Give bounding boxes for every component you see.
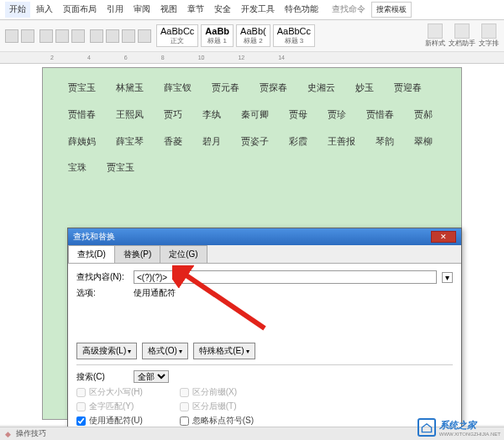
document-area: 贾宝玉 林黛玉 薛宝钗 贾元春 贾探春 史湘云 妙玉 贾迎春 贾惜春 王熙凤 贾… [0, 64, 504, 425]
search-scope-select[interactable]: 全部 [134, 370, 169, 383]
style-heading3[interactable]: AaBbCc标题 3 [273, 24, 315, 47]
name-cell: 王熙凤 [116, 107, 144, 123]
tab-insert[interactable]: 插入 [32, 2, 57, 18]
bold-icon[interactable] [39, 29, 53, 43]
list-icon[interactable] [138, 29, 151, 43]
name-cell: 贾惜春 [68, 107, 96, 123]
search-scope-label: 搜索(C) [76, 371, 129, 383]
name-cell: 琴韵 [375, 134, 394, 150]
advanced-search-button[interactable]: 高级搜索(L) [76, 343, 137, 359]
name-cell: 贾迎春 [394, 80, 422, 97]
name-cell: 薛宝琴 [116, 134, 144, 150]
check-punct[interactable]: 忽略标点符号(S) [180, 415, 254, 427]
align-right-icon[interactable] [122, 29, 135, 43]
close-button[interactable]: ✕ [431, 231, 456, 243]
names-list: 贾宝玉 林黛玉 薛宝钗 贾元春 贾探春 史湘云 妙玉 贾迎春 贾惜春 王熙凤 贾… [68, 80, 436, 176]
ribbon-tabs: 开始 插入 页面布局 引用 审阅 视图 章节 安全 开发工具 特色功能 查找命令… [0, 0, 504, 20]
tab-review[interactable]: 审阅 [129, 2, 155, 18]
underline-icon[interactable] [71, 29, 85, 43]
align-left-icon[interactable] [90, 29, 103, 43]
name-cell: 秦可卿 [241, 107, 269, 123]
name-cell: 香菱 [164, 134, 182, 150]
italic-icon[interactable] [55, 29, 69, 43]
ribbon-bar: AaBbCc正文 AaBb标题 1 AaBb(标题 2 AaBbCc标题 3 新… [0, 20, 504, 52]
dialog-tabs: 查找(D) 替换(P) 定位(G) [68, 245, 461, 264]
options-value: 使用通配符 [134, 287, 176, 299]
font-group [39, 29, 85, 43]
name-cell: 贾探春 [260, 80, 287, 97]
cut-icon[interactable] [21, 29, 34, 43]
paste-icon[interactable] [5, 29, 18, 43]
name-cell: 史湘云 [307, 80, 335, 97]
tab-find[interactable]: 查找(D) [68, 245, 115, 263]
name-cell: 彩霞 [289, 134, 307, 150]
watermark-text: 系统之家 [439, 419, 501, 432]
name-cell: 王善报 [328, 134, 355, 150]
name-cell: 林黛玉 [116, 80, 144, 97]
check-wildcard[interactable]: 使用通配符(U) [76, 415, 146, 427]
tab-view[interactable]: 视图 [156, 2, 181, 18]
tab-home[interactable]: 开始 [5, 2, 30, 18]
status-ops[interactable]: 操作技巧 [16, 428, 46, 439]
tab-goto[interactable]: 定位(G) [160, 245, 207, 263]
tab-developer[interactable]: 开发工具 [237, 2, 279, 18]
ribbon-right: 新样式 文档助手 文字排 [425, 24, 499, 48]
check-suffix: 区分后缀(T) [180, 401, 254, 412]
name-cell: 贾元春 [212, 80, 239, 97]
name-cell: 薛宝钗 [164, 80, 192, 97]
style-heading2[interactable]: AaBb(标题 2 [236, 24, 270, 47]
new-style-icon [428, 24, 443, 39]
name-cell: 贾巧 [164, 107, 182, 123]
find-content-input[interactable] [134, 270, 437, 284]
dialog-body: 查找内容(N): ▾ 选项: 使用通配符 高级搜索(L) 格式(O) 特殊格式(… [68, 264, 461, 440]
dialog-title: 查找和替换 [73, 231, 115, 243]
tab-security[interactable]: 安全 [210, 2, 235, 18]
tab-section[interactable]: 章节 [183, 2, 208, 18]
search-command[interactable]: 查找命令 [328, 2, 370, 18]
dialog-titlebar[interactable]: 查找和替换 ✕ [68, 228, 461, 245]
find-content-label: 查找内容(N): [76, 271, 129, 283]
name-cell: 宝珠 [68, 160, 87, 176]
name-cell: 翠柳 [414, 134, 433, 150]
clipboard-group [5, 29, 34, 43]
name-cell: 李纨 [202, 107, 221, 123]
tab-special[interactable]: 特色功能 [281, 2, 323, 18]
tab-references[interactable]: 引用 [102, 2, 128, 18]
name-cell: 贾宝玉 [68, 80, 96, 97]
name-cell: 贾宝玉 [107, 160, 134, 176]
style-heading1[interactable]: AaBb标题 1 [201, 24, 234, 47]
format-button[interactable]: 格式(O) [142, 343, 188, 359]
style-normal[interactable]: AaBbCc正文 [156, 24, 198, 47]
dropdown-icon[interactable]: ▾ [442, 272, 453, 283]
check-case: 区分大小写(H) [76, 386, 146, 398]
doc-assistant-button[interactable]: 文档助手 [449, 24, 475, 48]
styles-group: AaBbCc正文 AaBb标题 1 AaBb(标题 2 AaBbCc标题 3 [156, 24, 315, 47]
doc-assistant-icon [454, 24, 470, 39]
check-whole: 全字匹配(Y) [76, 401, 146, 412]
tab-replace[interactable]: 替换(P) [114, 245, 160, 263]
special-format-button[interactable]: 特殊格式(E) [193, 343, 255, 359]
name-cell: 碧月 [202, 134, 221, 150]
ruler: 2468101214 [0, 52, 504, 64]
name-cell: 妙玉 [355, 80, 374, 97]
watermark: 系统之家 WWW.XITONGZHIJIA.NET [417, 418, 501, 437]
options-label: 选项: [76, 287, 129, 299]
name-cell: 贾惜春 [366, 107, 394, 123]
align-center-icon[interactable] [106, 29, 119, 43]
check-prefix: 区分前缀(X) [180, 386, 254, 398]
name-cell: 薛姨妈 [68, 134, 96, 150]
paragraph-group [90, 29, 151, 43]
tab-layout[interactable]: 页面布局 [59, 2, 101, 18]
name-cell: 贾姿子 [241, 134, 269, 150]
find-replace-dialog: 查找和替换 ✕ 查找(D) 替换(P) 定位(G) 查找内容(N): ▾ 选项:… [67, 228, 462, 440]
search-template-input[interactable]: 搜索模板 [371, 2, 412, 18]
watermark-logo-icon [417, 418, 436, 437]
name-cell: 贾母 [289, 107, 307, 123]
text-arrange-icon [481, 24, 496, 39]
name-cell: 贾郝 [414, 107, 433, 123]
name-cell: 贾珍 [328, 107, 346, 123]
watermark-url: WWW.XITONGZHIJIA.NET [439, 432, 501, 437]
text-arrange-button[interactable]: 文字排 [479, 24, 499, 48]
new-style-button[interactable]: 新样式 [425, 24, 445, 48]
